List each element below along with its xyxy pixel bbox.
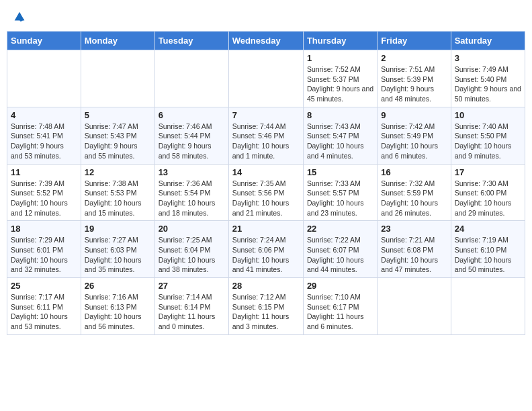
calendar-week-row: 25Sunrise: 7:17 AM Sunset: 6:11 PM Dayli… xyxy=(7,278,525,335)
day-info: Sunrise: 7:27 AM Sunset: 6:03 PM Dayligh… xyxy=(85,235,151,275)
calendar-day-cell: 4Sunrise: 7:48 AM Sunset: 5:41 PM Daylig… xyxy=(7,107,81,164)
day-number: 29 xyxy=(307,281,373,291)
calendar-day-cell: 26Sunrise: 7:16 AM Sunset: 6:13 PM Dayli… xyxy=(81,278,154,335)
day-info: Sunrise: 7:10 AM Sunset: 6:17 PM Dayligh… xyxy=(307,292,373,332)
day-number: 14 xyxy=(232,167,300,177)
day-of-week-header: Saturday xyxy=(451,32,525,50)
day-info: Sunrise: 7:21 AM Sunset: 6:08 PM Dayligh… xyxy=(381,235,447,275)
calendar-day-cell xyxy=(228,50,303,107)
day-number: 12 xyxy=(85,167,151,177)
day-of-week-header: Wednesday xyxy=(228,32,303,50)
day-info: Sunrise: 7:42 AM Sunset: 5:49 PM Dayligh… xyxy=(381,122,447,161)
day-number: 5 xyxy=(85,110,151,120)
day-number: 16 xyxy=(381,167,447,177)
day-info: Sunrise: 7:35 AM Sunset: 5:56 PM Dayligh… xyxy=(232,179,300,218)
calendar-day-cell: 21Sunrise: 7:24 AM Sunset: 6:06 PM Dayli… xyxy=(228,221,303,278)
calendar-day-cell: 10Sunrise: 7:40 AM Sunset: 5:50 PM Dayli… xyxy=(451,107,525,164)
calendar-day-cell: 3Sunrise: 7:49 AM Sunset: 5:40 PM Daylig… xyxy=(451,50,525,107)
day-number: 10 xyxy=(455,110,521,120)
day-info: Sunrise: 7:36 AM Sunset: 5:54 PM Dayligh… xyxy=(159,179,225,218)
calendar-header-row: SundayMondayTuesdayWednesdayThursdayFrid… xyxy=(7,32,525,50)
day-number: 19 xyxy=(85,224,151,234)
day-info: Sunrise: 7:47 AM Sunset: 5:43 PM Dayligh… xyxy=(85,122,151,161)
calendar-day-cell xyxy=(81,50,154,107)
day-number: 27 xyxy=(159,281,225,291)
calendar-day-cell: 18Sunrise: 7:29 AM Sunset: 6:01 PM Dayli… xyxy=(7,221,81,278)
calendar-day-cell xyxy=(154,50,228,107)
day-of-week-header: Monday xyxy=(81,32,154,50)
day-info: Sunrise: 7:51 AM Sunset: 5:39 PM Dayligh… xyxy=(381,64,447,104)
day-number: 8 xyxy=(307,110,373,120)
day-info: Sunrise: 7:39 AM Sunset: 5:52 PM Dayligh… xyxy=(11,179,77,218)
calendar-day-cell xyxy=(7,50,81,107)
calendar-day-cell: 14Sunrise: 7:35 AM Sunset: 5:56 PM Dayli… xyxy=(228,164,303,221)
day-number: 3 xyxy=(455,53,521,63)
day-info: Sunrise: 7:19 AM Sunset: 6:10 PM Dayligh… xyxy=(455,235,521,275)
day-info: Sunrise: 7:16 AM Sunset: 6:13 PM Dayligh… xyxy=(85,292,151,332)
calendar-day-cell: 24Sunrise: 7:19 AM Sunset: 6:10 PM Dayli… xyxy=(451,221,525,278)
calendar-week-row: 11Sunrise: 7:39 AM Sunset: 5:52 PM Dayli… xyxy=(7,164,525,221)
day-info: Sunrise: 7:43 AM Sunset: 5:47 PM Dayligh… xyxy=(307,122,373,161)
day-number: 2 xyxy=(381,53,447,63)
day-number: 28 xyxy=(232,281,300,291)
calendar-week-row: 1Sunrise: 7:52 AM Sunset: 5:37 PM Daylig… xyxy=(7,50,525,107)
calendar-week-row: 4Sunrise: 7:48 AM Sunset: 5:41 PM Daylig… xyxy=(7,107,525,164)
day-number: 26 xyxy=(85,281,151,291)
calendar-day-cell xyxy=(378,278,451,335)
day-of-week-header: Thursday xyxy=(303,32,377,50)
page-header xyxy=(7,7,525,27)
day-number: 24 xyxy=(455,224,521,234)
day-number: 11 xyxy=(11,167,77,177)
day-info: Sunrise: 7:38 AM Sunset: 5:53 PM Dayligh… xyxy=(85,179,151,218)
day-number: 1 xyxy=(307,53,373,63)
calendar-day-cell: 11Sunrise: 7:39 AM Sunset: 5:52 PM Dayli… xyxy=(7,164,81,221)
day-number: 13 xyxy=(159,167,225,177)
calendar-day-cell: 6Sunrise: 7:46 AM Sunset: 5:44 PM Daylig… xyxy=(154,107,228,164)
day-info: Sunrise: 7:44 AM Sunset: 5:46 PM Dayligh… xyxy=(232,122,300,161)
calendar-day-cell: 7Sunrise: 7:44 AM Sunset: 5:46 PM Daylig… xyxy=(228,107,303,164)
day-number: 25 xyxy=(11,281,77,291)
calendar-day-cell: 28Sunrise: 7:12 AM Sunset: 6:15 PM Dayli… xyxy=(228,278,303,335)
day-number: 7 xyxy=(232,110,300,120)
calendar-day-cell: 13Sunrise: 7:36 AM Sunset: 5:54 PM Dayli… xyxy=(154,164,228,221)
day-number: 20 xyxy=(159,224,225,234)
day-info: Sunrise: 7:29 AM Sunset: 6:01 PM Dayligh… xyxy=(11,235,77,275)
calendar-day-cell: 12Sunrise: 7:38 AM Sunset: 5:53 PM Dayli… xyxy=(81,164,154,221)
day-info: Sunrise: 7:17 AM Sunset: 6:11 PM Dayligh… xyxy=(11,292,77,332)
calendar-day-cell xyxy=(451,278,525,335)
calendar-day-cell: 27Sunrise: 7:14 AM Sunset: 6:14 PM Dayli… xyxy=(154,278,228,335)
calendar-day-cell: 25Sunrise: 7:17 AM Sunset: 6:11 PM Dayli… xyxy=(7,278,81,335)
calendar-day-cell: 1Sunrise: 7:52 AM Sunset: 5:37 PM Daylig… xyxy=(303,50,377,107)
calendar-day-cell: 17Sunrise: 7:30 AM Sunset: 6:00 PM Dayli… xyxy=(451,164,525,221)
day-info: Sunrise: 7:46 AM Sunset: 5:44 PM Dayligh… xyxy=(159,122,225,161)
calendar-day-cell: 19Sunrise: 7:27 AM Sunset: 6:03 PM Dayli… xyxy=(81,221,154,278)
calendar-day-cell: 16Sunrise: 7:32 AM Sunset: 5:59 PM Dayli… xyxy=(378,164,451,221)
day-info: Sunrise: 7:12 AM Sunset: 6:15 PM Dayligh… xyxy=(232,292,300,332)
day-number: 15 xyxy=(307,167,373,177)
day-number: 9 xyxy=(381,110,447,120)
day-info: Sunrise: 7:40 AM Sunset: 5:50 PM Dayligh… xyxy=(455,122,521,161)
calendar-day-cell: 8Sunrise: 7:43 AM Sunset: 5:47 PM Daylig… xyxy=(303,107,377,164)
day-number: 22 xyxy=(307,224,373,234)
day-number: 21 xyxy=(232,224,300,234)
day-info: Sunrise: 7:22 AM Sunset: 6:07 PM Dayligh… xyxy=(307,235,373,275)
day-info: Sunrise: 7:49 AM Sunset: 5:40 PM Dayligh… xyxy=(455,64,521,104)
day-number: 18 xyxy=(11,224,77,234)
day-info: Sunrise: 7:48 AM Sunset: 5:41 PM Dayligh… xyxy=(11,122,77,161)
calendar-day-cell: 9Sunrise: 7:42 AM Sunset: 5:49 PM Daylig… xyxy=(378,107,451,164)
logo xyxy=(11,9,27,24)
calendar-day-cell: 29Sunrise: 7:10 AM Sunset: 6:17 PM Dayli… xyxy=(303,278,377,335)
day-info: Sunrise: 7:24 AM Sunset: 6:06 PM Dayligh… xyxy=(232,235,300,275)
calendar-day-cell: 2Sunrise: 7:51 AM Sunset: 5:39 PM Daylig… xyxy=(378,50,451,107)
calendar-table: SundayMondayTuesdayWednesdayThursdayFrid… xyxy=(7,31,525,335)
day-number: 23 xyxy=(381,224,447,234)
day-info: Sunrise: 7:25 AM Sunset: 6:04 PM Dayligh… xyxy=(159,235,225,275)
day-info: Sunrise: 7:32 AM Sunset: 5:59 PM Dayligh… xyxy=(381,179,447,218)
day-info: Sunrise: 7:33 AM Sunset: 5:57 PM Dayligh… xyxy=(307,179,373,218)
day-of-week-header: Tuesday xyxy=(154,32,228,50)
logo-icon xyxy=(12,9,27,24)
day-number: 17 xyxy=(455,167,521,177)
day-number: 6 xyxy=(159,110,225,120)
calendar-day-cell: 23Sunrise: 7:21 AM Sunset: 6:08 PM Dayli… xyxy=(378,221,451,278)
day-info: Sunrise: 7:14 AM Sunset: 6:14 PM Dayligh… xyxy=(159,292,225,332)
